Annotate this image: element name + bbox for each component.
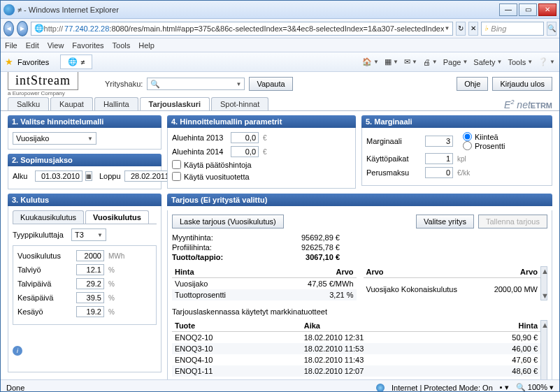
tab-favicon-icon: 🌐 <box>68 57 78 66</box>
help-button[interactable]: Ohje <box>457 77 488 91</box>
check-käytä-vuosituotetta[interactable] <box>172 172 181 181</box>
offer-header: Tarjous (Ei yritystä valittu) <box>167 194 552 206</box>
chevron-down-icon[interactable]: ▼ <box>444 25 450 31</box>
ie-icon <box>3 4 15 15</box>
calendar-icon[interactable]: ▦ <box>85 171 92 181</box>
ie-help-button[interactable]: ❔▼ <box>538 57 555 66</box>
check-käytä-päätöshintoja[interactable] <box>172 160 181 169</box>
panel5-header: 5. Marginaali <box>361 115 552 128</box>
consumer-type-select[interactable]: T3 ▼ <box>71 228 106 241</box>
table-row: ENOQ3-1018.02.2010 11:5346,00 € <box>172 343 540 354</box>
panel4-header: 4. Hinnoittelumallin parametrit <box>167 115 356 128</box>
browser-tab[interactable]: 🌐 ≠ <box>60 55 92 69</box>
favorites-star-icon[interactable]: ★ <box>5 57 13 67</box>
close-button[interactable]: ✕ <box>538 3 557 16</box>
url-input[interactable]: 🌐 http:// 77.240.22.28 :8080/res/main.ht… <box>31 22 454 36</box>
window-title: ≠ - Windows Internet Explorer <box>17 6 499 14</box>
scrollbar[interactable]: ▲▼ <box>540 320 547 379</box>
search-engine-input[interactable]: ♭ Bing <box>481 22 544 36</box>
logout-button[interactable]: Kirjaudu ulos <box>492 77 552 91</box>
start-date-label: Alku <box>13 172 32 180</box>
tab-tarjouslaskuri[interactable]: Tarjouslaskuri <box>140 97 210 110</box>
app-sublogo: a Europower Company <box>8 90 78 96</box>
cons-talviyö-input[interactable] <box>76 264 104 275</box>
cons-kesäyö-input[interactable] <box>76 306 104 317</box>
percent-radio[interactable] <box>463 141 472 150</box>
table-row: Vuosijako47,85 €/MWh <box>172 278 357 290</box>
window-titlebar: ≠ - Windows Internet Explorer — ▭ ✕ <box>1 1 559 19</box>
table-row: SYHELQ2-1017.02.2010 00:000,90 € <box>172 377 540 379</box>
subtab-vuosikulutus[interactable]: Vuosikulutus <box>85 210 149 224</box>
menu-view[interactable]: View <box>48 41 64 50</box>
forward-button[interactable]: ► <box>17 21 27 36</box>
main-tabstrip: SalkkuKaupatHallintaTarjouslaskuriSpot-h… <box>1 96 559 111</box>
menu-bar: FileEditViewFavoritesToolsHelp <box>1 38 559 52</box>
globe-icon <box>376 384 385 392</box>
info-icon[interactable]: i <box>13 346 22 356</box>
favorites-bar: ★ Favorites 🌐 ≠ 🏠▼ ▦▼ ✉▼ 🖨▼ Page ▼Safety… <box>1 52 559 72</box>
table-row: ENOQ4-1018.02.2010 11:4347,60 € <box>172 354 540 365</box>
app-logo: intStream <box>8 72 78 90</box>
tab-spot-hinnat[interactable]: Spot-hinnat <box>211 97 268 110</box>
menu-tools[interactable]: Tools <box>113 41 131 50</box>
tab-kaupat[interactable]: Kaupat <box>50 97 93 110</box>
menu-help[interactable]: Help <box>138 41 155 50</box>
refresh-button[interactable]: ↻ <box>456 22 466 36</box>
maximize-button[interactable]: ▭ <box>519 3 537 16</box>
menu-favorites[interactable]: Favorites <box>72 41 103 50</box>
protected-mode-toggle[interactable]: ▪ ▾ <box>500 383 509 392</box>
margin-input[interactable] <box>425 136 453 147</box>
chevron-down-icon[interactable]: ▼ <box>236 81 242 87</box>
back-button[interactable]: ◄ <box>3 21 14 36</box>
cons-vuosikulutus-input[interactable] <box>76 250 104 261</box>
end-date-input[interactable] <box>124 170 172 182</box>
fixed-radio[interactable] <box>463 132 472 141</box>
tab-hallinta[interactable]: Hallinta <box>94 97 138 110</box>
mail-button[interactable]: ✉▼ <box>404 57 417 66</box>
feeds-button[interactable]: ▦▼ <box>385 57 399 66</box>
status-bar: Done Internet | Protected Mode: On ▪ ▾ 🔍… <box>1 379 559 392</box>
search-button[interactable]: 🔍 <box>547 22 557 36</box>
basefee-label: Perusmaksu <box>366 168 422 177</box>
menu-edit[interactable]: Edit <box>26 41 39 50</box>
table-row: Vuosijako Kokonaiskulutus2000,00 MW <box>364 278 541 301</box>
minimize-button[interactable]: — <box>499 3 517 16</box>
basefee-input[interactable] <box>425 167 453 178</box>
cons-kesäpäivä-input[interactable] <box>76 292 104 303</box>
products-caption: Tarjouslaskennassa käytetyt markkinatuot… <box>172 307 547 316</box>
select-company-button[interactable]: Valitse yritys <box>416 215 474 228</box>
release-button[interactable]: Vapauta <box>249 77 292 91</box>
brand-label: E2 netETRM <box>504 99 552 110</box>
app-content: intStream a Europower Company Yrityshaku… <box>1 72 559 379</box>
areaprice-input[interactable] <box>231 146 259 157</box>
tab-salkku[interactable]: Salkku <box>8 97 49 110</box>
sites-label: Käyttöpaikat <box>366 154 422 163</box>
margin-label: Marginaali <box>366 137 422 145</box>
favorites-label[interactable]: Favorites <box>17 58 49 66</box>
start-date-input[interactable] <box>35 170 82 182</box>
panel3-header: 3. Kulutus <box>8 194 161 206</box>
scrollbar[interactable]: ▲▼ <box>540 266 547 300</box>
table-row: ENOQ1-1118.02.2010 12:0748,60 € <box>172 365 540 377</box>
company-search-label: Yrityshaku: <box>105 80 143 88</box>
company-search-combo[interactable]: 🔍 ▼ <box>147 78 245 90</box>
areaprice-input[interactable] <box>231 132 259 143</box>
print-button[interactable]: 🖨▼ <box>423 58 438 66</box>
zoom-control[interactable]: 🔍 100% ▾ <box>516 383 554 392</box>
stop-button[interactable]: ✕ <box>468 22 478 36</box>
subtab-kuukausikulutus[interactable]: Kuukausikulutus <box>13 210 84 224</box>
search-icon: 🔍 <box>150 80 160 89</box>
status-text: Done <box>6 384 24 392</box>
page-menu[interactable]: Page ▼ <box>443 58 468 66</box>
end-date-label: Loppu <box>99 172 122 180</box>
tools-menu[interactable]: Tools ▼ <box>508 58 533 66</box>
menu-file[interactable]: File <box>5 41 17 50</box>
home-button[interactable]: 🏠▼ <box>362 57 379 66</box>
pricing-model-select[interactable]: Vuosijako ▼ <box>13 132 96 145</box>
consumer-type-label: Tyyppikuluttaja <box>13 231 69 239</box>
calculate-offer-button[interactable]: Laske tarjous (Vuosikulutus) <box>172 215 284 228</box>
safety-menu[interactable]: Safety ▼ <box>473 58 502 66</box>
cons-talvipäivä-input[interactable] <box>76 278 104 289</box>
sites-input[interactable] <box>425 153 453 164</box>
chevron-down-icon: ▼ <box>87 136 93 142</box>
